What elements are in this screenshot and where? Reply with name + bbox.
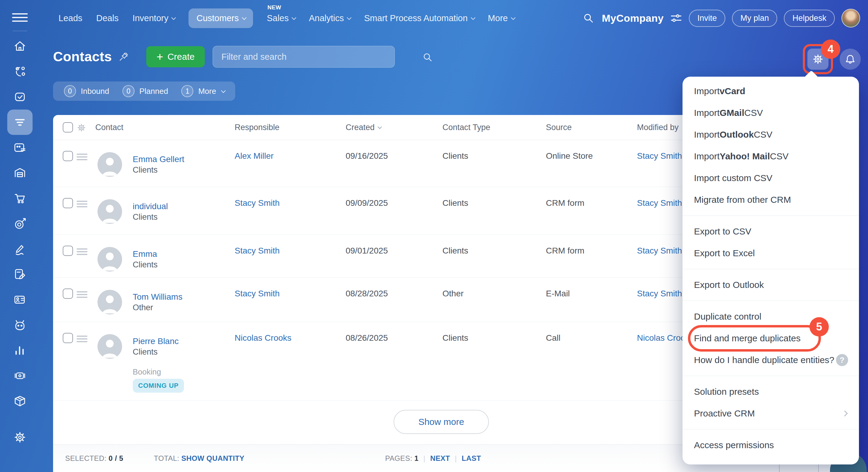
menu-item-import-outlook-csv[interactable]: Import Outlook CSV (683, 124, 859, 145)
menu-item-import-gmail-csv[interactable]: Import GMail CSV (683, 102, 859, 124)
menu-item-duplicate-help[interactable]: How do I handle duplicate entities?? (683, 349, 859, 371)
menu-item-import-yahoo-csv[interactable]: Import Yahoo! Mail CSV (683, 145, 859, 167)
crm-funnel-icon (13, 115, 27, 129)
counter-chip-bar: 0Inbound 0Planned 1More (53, 82, 235, 101)
menu-toggle-icon[interactable] (12, 11, 28, 24)
show-quantity-link[interactable]: SHOW QUANTITY (181, 454, 244, 462)
row-checkbox[interactable] (63, 333, 73, 343)
left-sidebar (0, 0, 40, 472)
sidebar-item-documents[interactable] (7, 262, 33, 287)
responsible-link[interactable]: Alex Miller (235, 151, 274, 161)
col-contact-type[interactable]: Contact Type (442, 123, 490, 132)
row-checkbox[interactable] (63, 198, 73, 208)
share-network-icon (13, 65, 27, 79)
row-checkbox[interactable] (63, 289, 73, 299)
menu-item-duplicate-control[interactable]: Duplicate control (683, 306, 859, 327)
sidebar-item-tasks[interactable] (7, 84, 33, 110)
filter-search-input[interactable] (213, 46, 395, 68)
responsible-link[interactable]: Stacy Smith (235, 289, 280, 299)
responsible-link[interactable]: Stacy Smith (235, 198, 280, 208)
show-more-button[interactable]: Show more (394, 410, 489, 434)
last-page-link[interactable]: LAST (462, 454, 481, 463)
row-menu-icon[interactable] (76, 247, 88, 257)
menu-item-import-vcard[interactable]: Import vCard (683, 80, 859, 102)
help-question-icon[interactable]: ? (836, 354, 848, 366)
menu-item-migrate-crm[interactable]: Migrate from other CRM (683, 189, 859, 211)
invite-button[interactable]: Invite (689, 10, 725, 27)
menu-item-import-custom-csv[interactable]: Import custom CSV (683, 167, 859, 189)
responsible-link[interactable]: Stacy Smith (235, 246, 280, 256)
contact-name-link[interactable]: Emma (133, 249, 158, 260)
sidebar-item-sign[interactable] (7, 236, 33, 262)
col-created[interactable]: Created (346, 123, 381, 132)
sidebar-item-settings[interactable] (7, 424, 33, 450)
helpdesk-button[interactable]: Helpdesk (784, 10, 835, 27)
modified-by-link[interactable]: Stacy Smith (637, 246, 682, 256)
chip-planned[interactable]: 0Planned (122, 85, 168, 97)
sidebar-item-collab[interactable] (7, 59, 33, 84)
modified-by-link[interactable]: Stacy Smith (637, 151, 682, 161)
menu-item-find-merge-duplicates[interactable]: Find and merge duplicates 5 (683, 327, 859, 349)
nav-analytics[interactable]: Analytics (309, 13, 350, 23)
pin-icon[interactable] (119, 52, 129, 62)
next-page-link[interactable]: NEXT (430, 454, 450, 463)
row-menu-icon[interactable] (76, 290, 88, 299)
sidebar-item-storage[interactable] (7, 160, 33, 186)
chip-inbound[interactable]: 0Inbound (64, 85, 109, 97)
nav-smart-process-automation[interactable]: Smart Process Automation (364, 13, 474, 23)
contact-name-link[interactable]: Pierre Blanc (133, 336, 179, 347)
nav-deals[interactable]: Deals (96, 13, 119, 23)
col-modified-by[interactable]: Modified by (637, 123, 679, 132)
shopping-cart-icon (13, 191, 27, 205)
company-name[interactable]: MyCompany (602, 12, 664, 24)
modified-by-link[interactable]: Stacy Smith (637, 198, 682, 208)
sidebar-item-calendar[interactable] (7, 135, 33, 160)
row-menu-icon[interactable] (76, 199, 88, 209)
sidebar-item-crm-active[interactable] (7, 110, 33, 135)
menu-item-export-outlook[interactable]: Export to Outlook (683, 274, 859, 296)
nav-sales[interactable]: NEWSales (267, 13, 295, 23)
sidebar-item-inventory[interactable] (7, 388, 33, 414)
sidebar-item-store[interactable] (7, 186, 33, 211)
row-menu-icon[interactable] (76, 334, 88, 344)
menu-item-export-excel[interactable]: Export to Excel (683, 242, 859, 264)
contact-name-link[interactable]: Emma Gellert (133, 154, 184, 165)
row-checkbox[interactable] (63, 246, 73, 256)
row-checkbox[interactable] (63, 151, 73, 161)
sidebar-item-analytics[interactable] (7, 338, 33, 363)
sidebar-item-video[interactable] (7, 363, 33, 388)
modified-by-link[interactable]: Stacy Smith (637, 289, 682, 299)
menu-item-access-permissions[interactable]: Access permissions (683, 434, 859, 456)
col-responsible[interactable]: Responsible (235, 123, 280, 132)
nav-customers[interactable]: Customers (188, 8, 253, 28)
col-contact[interactable]: Contact (95, 123, 123, 132)
search-icon (422, 51, 434, 63)
settings-gear-icon (13, 430, 27, 444)
sidebar-item-ai[interactable] (7, 312, 33, 338)
company-settings-sliders-icon[interactable] (670, 13, 682, 23)
global-search-icon[interactable] (582, 11, 595, 25)
menu-item-export-csv[interactable]: Export to CSV (683, 220, 859, 242)
sidebar-item-marketing[interactable] (7, 211, 33, 236)
menu-item-solution-presets[interactable]: Solution presets (683, 381, 859, 403)
col-source[interactable]: Source (546, 123, 572, 132)
user-avatar[interactable] (841, 9, 860, 27)
contact-name-link[interactable]: individual (133, 201, 168, 212)
nav-inventory[interactable]: Inventory (132, 13, 175, 23)
menu-item-proactive-crm[interactable]: Proactive CRM (683, 403, 859, 424)
annotation-step-5: 5 (809, 317, 829, 336)
sidebar-item-contact-center[interactable] (7, 287, 33, 312)
contact-name-link[interactable]: Tom Williams (133, 292, 183, 302)
source-cell: CRM form (546, 198, 585, 208)
nav-more[interactable]: More (488, 13, 514, 23)
select-all-checkbox[interactable] (63, 122, 73, 132)
notifications-bell-button[interactable] (840, 49, 861, 70)
my-plan-button[interactable]: My plan (732, 10, 777, 27)
row-menu-icon[interactable] (76, 152, 88, 162)
create-button[interactable]: +Create (146, 46, 205, 67)
nav-leads[interactable]: Leads (59, 13, 82, 23)
column-settings-gear-icon[interactable] (76, 122, 87, 133)
sidebar-item-home[interactable] (7, 33, 33, 59)
responsible-link[interactable]: Nicolas Crooks (235, 333, 291, 343)
chip-more[interactable]: 1More (181, 85, 224, 97)
